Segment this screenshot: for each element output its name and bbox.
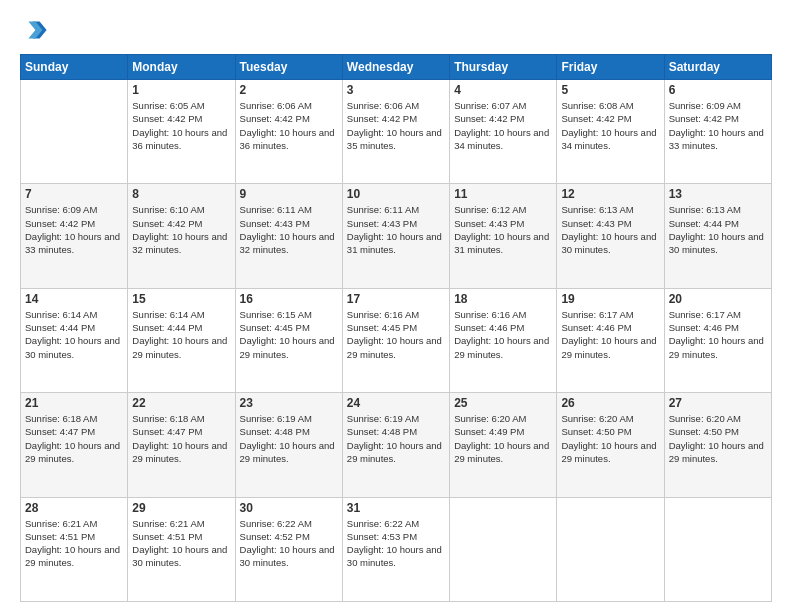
calendar-cell: 7Sunrise: 6:09 AM Sunset: 4:42 PM Daylig… (21, 184, 128, 288)
day-number: 30 (240, 501, 338, 515)
day-info: Sunrise: 6:10 AM Sunset: 4:42 PM Dayligh… (132, 203, 230, 256)
day-number: 22 (132, 396, 230, 410)
day-info: Sunrise: 6:05 AM Sunset: 4:42 PM Dayligh… (132, 99, 230, 152)
calendar-cell: 9Sunrise: 6:11 AM Sunset: 4:43 PM Daylig… (235, 184, 342, 288)
day-info: Sunrise: 6:06 AM Sunset: 4:42 PM Dayligh… (347, 99, 445, 152)
day-info: Sunrise: 6:21 AM Sunset: 4:51 PM Dayligh… (25, 517, 123, 570)
day-info: Sunrise: 6:18 AM Sunset: 4:47 PM Dayligh… (132, 412, 230, 465)
day-info: Sunrise: 6:20 AM Sunset: 4:50 PM Dayligh… (561, 412, 659, 465)
calendar-cell: 13Sunrise: 6:13 AM Sunset: 4:44 PM Dayli… (664, 184, 771, 288)
calendar-cell: 28Sunrise: 6:21 AM Sunset: 4:51 PM Dayli… (21, 497, 128, 601)
calendar-cell: 16Sunrise: 6:15 AM Sunset: 4:45 PM Dayli… (235, 288, 342, 392)
day-number: 14 (25, 292, 123, 306)
calendar-cell: 23Sunrise: 6:19 AM Sunset: 4:48 PM Dayli… (235, 393, 342, 497)
day-info: Sunrise: 6:12 AM Sunset: 4:43 PM Dayligh… (454, 203, 552, 256)
page: SundayMondayTuesdayWednesdayThursdayFrid… (0, 0, 792, 612)
weekday-header: Saturday (664, 55, 771, 80)
day-number: 7 (25, 187, 123, 201)
day-number: 24 (347, 396, 445, 410)
day-number: 4 (454, 83, 552, 97)
weekday-header: Thursday (450, 55, 557, 80)
day-info: Sunrise: 6:13 AM Sunset: 4:43 PM Dayligh… (561, 203, 659, 256)
day-number: 21 (25, 396, 123, 410)
calendar-cell: 27Sunrise: 6:20 AM Sunset: 4:50 PM Dayli… (664, 393, 771, 497)
calendar-cell: 17Sunrise: 6:16 AM Sunset: 4:45 PM Dayli… (342, 288, 449, 392)
day-number: 28 (25, 501, 123, 515)
header (20, 16, 772, 44)
day-number: 13 (669, 187, 767, 201)
day-info: Sunrise: 6:19 AM Sunset: 4:48 PM Dayligh… (240, 412, 338, 465)
calendar-cell: 5Sunrise: 6:08 AM Sunset: 4:42 PM Daylig… (557, 80, 664, 184)
day-info: Sunrise: 6:06 AM Sunset: 4:42 PM Dayligh… (240, 99, 338, 152)
weekday-header: Friday (557, 55, 664, 80)
calendar-cell: 18Sunrise: 6:16 AM Sunset: 4:46 PM Dayli… (450, 288, 557, 392)
day-number: 5 (561, 83, 659, 97)
day-number: 27 (669, 396, 767, 410)
calendar-cell: 21Sunrise: 6:18 AM Sunset: 4:47 PM Dayli… (21, 393, 128, 497)
day-info: Sunrise: 6:09 AM Sunset: 4:42 PM Dayligh… (669, 99, 767, 152)
day-info: Sunrise: 6:21 AM Sunset: 4:51 PM Dayligh… (132, 517, 230, 570)
calendar-cell: 8Sunrise: 6:10 AM Sunset: 4:42 PM Daylig… (128, 184, 235, 288)
day-info: Sunrise: 6:17 AM Sunset: 4:46 PM Dayligh… (669, 308, 767, 361)
calendar-cell: 19Sunrise: 6:17 AM Sunset: 4:46 PM Dayli… (557, 288, 664, 392)
calendar-cell: 26Sunrise: 6:20 AM Sunset: 4:50 PM Dayli… (557, 393, 664, 497)
day-info: Sunrise: 6:22 AM Sunset: 4:52 PM Dayligh… (240, 517, 338, 570)
calendar-cell (557, 497, 664, 601)
weekday-header: Monday (128, 55, 235, 80)
day-info: Sunrise: 6:18 AM Sunset: 4:47 PM Dayligh… (25, 412, 123, 465)
logo-icon (20, 16, 48, 44)
calendar-cell: 25Sunrise: 6:20 AM Sunset: 4:49 PM Dayli… (450, 393, 557, 497)
day-info: Sunrise: 6:14 AM Sunset: 4:44 PM Dayligh… (25, 308, 123, 361)
calendar-cell: 22Sunrise: 6:18 AM Sunset: 4:47 PM Dayli… (128, 393, 235, 497)
day-number: 9 (240, 187, 338, 201)
day-number: 23 (240, 396, 338, 410)
calendar-cell: 6Sunrise: 6:09 AM Sunset: 4:42 PM Daylig… (664, 80, 771, 184)
logo (20, 16, 52, 44)
day-info: Sunrise: 6:22 AM Sunset: 4:53 PM Dayligh… (347, 517, 445, 570)
calendar-cell: 1Sunrise: 6:05 AM Sunset: 4:42 PM Daylig… (128, 80, 235, 184)
calendar-cell (450, 497, 557, 601)
day-info: Sunrise: 6:08 AM Sunset: 4:42 PM Dayligh… (561, 99, 659, 152)
day-info: Sunrise: 6:11 AM Sunset: 4:43 PM Dayligh… (347, 203, 445, 256)
weekday-header: Sunday (21, 55, 128, 80)
calendar-cell: 20Sunrise: 6:17 AM Sunset: 4:46 PM Dayli… (664, 288, 771, 392)
day-number: 29 (132, 501, 230, 515)
day-number: 12 (561, 187, 659, 201)
day-info: Sunrise: 6:19 AM Sunset: 4:48 PM Dayligh… (347, 412, 445, 465)
calendar-cell: 11Sunrise: 6:12 AM Sunset: 4:43 PM Dayli… (450, 184, 557, 288)
day-info: Sunrise: 6:17 AM Sunset: 4:46 PM Dayligh… (561, 308, 659, 361)
calendar-cell: 31Sunrise: 6:22 AM Sunset: 4:53 PM Dayli… (342, 497, 449, 601)
calendar-cell: 14Sunrise: 6:14 AM Sunset: 4:44 PM Dayli… (21, 288, 128, 392)
calendar-cell: 4Sunrise: 6:07 AM Sunset: 4:42 PM Daylig… (450, 80, 557, 184)
day-number: 25 (454, 396, 552, 410)
weekday-header: Tuesday (235, 55, 342, 80)
day-info: Sunrise: 6:07 AM Sunset: 4:42 PM Dayligh… (454, 99, 552, 152)
calendar-cell: 15Sunrise: 6:14 AM Sunset: 4:44 PM Dayli… (128, 288, 235, 392)
weekday-header: Wednesday (342, 55, 449, 80)
calendar-cell: 24Sunrise: 6:19 AM Sunset: 4:48 PM Dayli… (342, 393, 449, 497)
day-number: 20 (669, 292, 767, 306)
day-info: Sunrise: 6:15 AM Sunset: 4:45 PM Dayligh… (240, 308, 338, 361)
day-info: Sunrise: 6:13 AM Sunset: 4:44 PM Dayligh… (669, 203, 767, 256)
calendar-cell: 10Sunrise: 6:11 AM Sunset: 4:43 PM Dayli… (342, 184, 449, 288)
day-number: 26 (561, 396, 659, 410)
calendar-cell: 2Sunrise: 6:06 AM Sunset: 4:42 PM Daylig… (235, 80, 342, 184)
day-number: 18 (454, 292, 552, 306)
day-number: 17 (347, 292, 445, 306)
calendar-table: SundayMondayTuesdayWednesdayThursdayFrid… (20, 54, 772, 602)
day-info: Sunrise: 6:11 AM Sunset: 4:43 PM Dayligh… (240, 203, 338, 256)
day-number: 16 (240, 292, 338, 306)
calendar-cell (21, 80, 128, 184)
day-number: 11 (454, 187, 552, 201)
day-number: 2 (240, 83, 338, 97)
day-info: Sunrise: 6:16 AM Sunset: 4:46 PM Dayligh… (454, 308, 552, 361)
day-number: 15 (132, 292, 230, 306)
calendar-cell: 29Sunrise: 6:21 AM Sunset: 4:51 PM Dayli… (128, 497, 235, 601)
calendar-cell: 12Sunrise: 6:13 AM Sunset: 4:43 PM Dayli… (557, 184, 664, 288)
day-number: 8 (132, 187, 230, 201)
day-number: 10 (347, 187, 445, 201)
day-info: Sunrise: 6:14 AM Sunset: 4:44 PM Dayligh… (132, 308, 230, 361)
day-number: 19 (561, 292, 659, 306)
day-number: 31 (347, 501, 445, 515)
day-info: Sunrise: 6:20 AM Sunset: 4:50 PM Dayligh… (669, 412, 767, 465)
